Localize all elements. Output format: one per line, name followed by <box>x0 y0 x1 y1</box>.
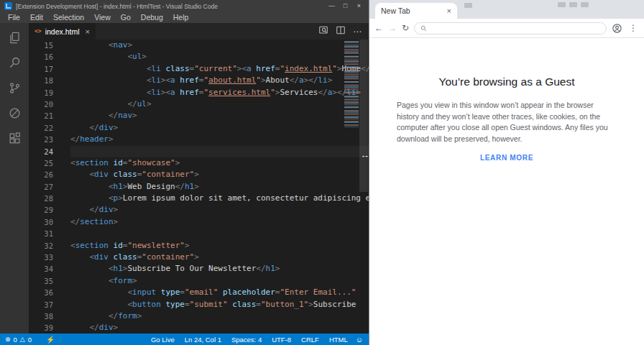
menu-edit[interactable]: Edit <box>25 12 48 23</box>
code-line[interactable]: <button type="submit" class="button_1">S… <box>70 299 369 310</box>
browser-tab[interactable]: New Tab × <box>375 3 457 19</box>
code-line[interactable]: <section id="showcase"> <box>70 157 369 169</box>
line-number[interactable]: 21 <box>29 110 62 121</box>
code-line[interactable]: </ul> <box>70 98 369 110</box>
code-editor[interactable]: 1516171819202122232425262728293031323334… <box>29 40 369 334</box>
status-utf-8[interactable]: UTF-8 <box>267 336 296 344</box>
code-line[interactable]: <section id="newsletter"> <box>70 240 369 252</box>
status-crlf[interactable]: CRLF <box>296 336 324 344</box>
status-go-live[interactable]: Go Live <box>146 336 180 344</box>
line-number[interactable]: 37 <box>29 299 62 310</box>
status-ln-24-col-1[interactable]: Ln 24, Col 1 <box>180 336 226 344</box>
status-spaces-4[interactable]: Spaces: 4 <box>226 336 267 344</box>
menu-help[interactable]: Help <box>168 12 194 23</box>
code-line[interactable]: <h1>Subscribe To Our Newsletter</h1> <box>70 263 369 275</box>
line-number[interactable]: 34 <box>29 263 62 275</box>
code-line[interactable]: <li><a href="services.html">Services</a>… <box>70 87 369 98</box>
errors-icon[interactable]: ⊗ <box>5 336 11 343</box>
new-tab-button[interactable] <box>464 3 472 8</box>
menu-file[interactable]: File <box>3 12 25 23</box>
line-number[interactable]: 17 <box>29 63 62 75</box>
minimize-button[interactable]: — <box>325 0 339 12</box>
code-line[interactable]: </nav> <box>70 110 369 121</box>
line-number[interactable]: 19 <box>29 87 62 98</box>
menu-debug[interactable]: Debug <box>136 12 168 23</box>
line-number[interactable]: 31 <box>29 228 62 239</box>
code-line[interactable]: <li><a href="about.html">About</a></li> <box>70 75 369 86</box>
errors-count[interactable]: 0 <box>14 336 17 344</box>
code-line[interactable]: </section> <box>70 216 369 228</box>
code-line[interactable]: </header> <box>70 134 369 145</box>
line-number[interactable]: 38 <box>29 310 62 322</box>
tab-close-icon[interactable]: × <box>447 6 451 15</box>
code-line[interactable]: </div> <box>70 322 369 334</box>
line-number[interactable]: 33 <box>29 252 62 263</box>
source-control-icon[interactable] <box>6 80 22 96</box>
close-button[interactable]: × <box>352 0 366 12</box>
more-actions-icon[interactable]: ⋯ <box>353 28 362 35</box>
code-line[interactable]: <ul> <box>70 51 369 63</box>
tab-index-html[interactable]: <> index.html × <box>29 23 96 40</box>
line-number[interactable]: 27 <box>29 181 62 193</box>
maximize-button[interactable] <box>569 2 577 7</box>
open-preview-icon[interactable] <box>318 25 328 38</box>
split-editor-icon[interactable] <box>336 25 346 38</box>
reload-icon[interactable]: ↻ <box>402 24 409 32</box>
minimize-button[interactable] <box>558 2 566 7</box>
menu-go[interactable]: Go <box>116 12 136 23</box>
code-line[interactable]: <div class="container"> <box>70 169 369 180</box>
line-number[interactable]: 15 <box>29 40 62 51</box>
code-line[interactable] <box>70 146 369 157</box>
line-number[interactable]: 32 <box>29 240 62 252</box>
line-number[interactable]: 25 <box>29 157 62 169</box>
live-reload-icon[interactable]: ⚡ <box>46 336 55 344</box>
debug-icon[interactable] <box>6 105 22 121</box>
learn-more-link[interactable]: LEARN MORE <box>480 154 533 162</box>
tab-close-icon[interactable]: × <box>86 27 90 36</box>
maximize-button[interactable]: □ <box>339 0 352 12</box>
code-line[interactable]: </form> <box>70 310 369 322</box>
line-number[interactable]: 36 <box>29 287 62 298</box>
address-input[interactable] <box>431 24 600 32</box>
feedback-smiley-icon[interactable]: ☺ <box>353 336 369 344</box>
code-line[interactable]: <div class="container"> <box>70 252 369 263</box>
code-line[interactable] <box>70 228 369 239</box>
line-number[interactable]: 28 <box>29 193 62 204</box>
guest-avatar-icon[interactable] <box>612 23 622 34</box>
line-number[interactable]: 20 <box>29 98 62 110</box>
scrollbar[interactable] <box>359 40 368 192</box>
line-number[interactable]: 18 <box>29 75 62 86</box>
back-icon[interactable]: ← <box>374 24 383 32</box>
code-line[interactable]: <li class="current"><a href="index.html"… <box>70 63 369 75</box>
line-number[interactable]: 26 <box>29 169 62 180</box>
code-line[interactable]: <h1>Web Design</h1> <box>70 181 369 193</box>
explorer-icon[interactable] <box>6 29 22 45</box>
code-line[interactable]: <input type="email" placeholder="Enter E… <box>70 287 369 298</box>
extensions-icon[interactable] <box>6 130 22 146</box>
browser-menu-icon[interactable]: ⋮ <box>627 23 639 33</box>
line-number[interactable]: 22 <box>29 122 62 134</box>
line-number[interactable]: 35 <box>29 275 62 287</box>
code-line[interactable]: <form> <box>70 275 369 287</box>
code-line[interactable]: </div> <box>70 204 369 216</box>
line-number[interactable]: 23 <box>29 134 62 145</box>
line-number[interactable]: 24 <box>29 146 62 157</box>
forward-icon[interactable]: → <box>388 24 397 32</box>
code-line[interactable]: </div> <box>70 122 369 134</box>
line-number[interactable]: 30 <box>29 216 62 228</box>
line-number[interactable]: 29 <box>29 204 62 216</box>
code-line[interactable]: <p>Lorem ipsum dolor sit amet, consectet… <box>70 193 369 204</box>
line-number[interactable]: 39 <box>29 322 62 334</box>
line-number[interactable]: 16 <box>29 51 62 63</box>
close-button[interactable] <box>581 2 589 7</box>
code-line[interactable]: <nav> <box>70 40 369 51</box>
address-bar[interactable] <box>414 22 607 34</box>
search-icon[interactable] <box>6 55 22 70</box>
menu-selection[interactable]: Selection <box>48 12 89 23</box>
status-html[interactable]: HTML <box>324 336 353 344</box>
code-area[interactable]: <nav><ul><li class="current"><a href="in… <box>62 40 369 334</box>
warnings-icon[interactable]: △ <box>20 336 25 343</box>
menu-view[interactable]: View <box>89 12 116 23</box>
warnings-count[interactable]: 0 <box>28 336 32 344</box>
minimap[interactable] <box>344 41 359 127</box>
